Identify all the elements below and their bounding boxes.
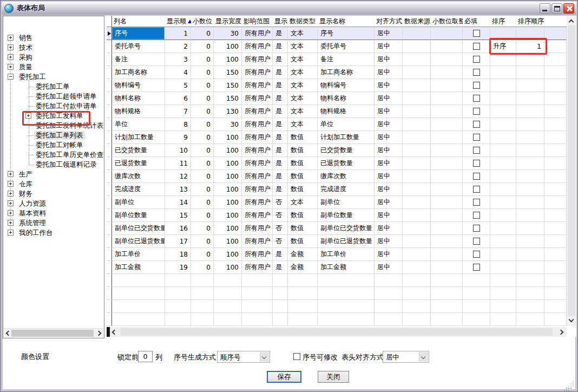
grid-cell-dec[interactable]: 0: [191, 66, 214, 79]
grid-cell-source[interactable]: [403, 261, 431, 274]
tree-item-label[interactable]: 委托加工付款申请单: [34, 102, 98, 110]
grid-cell-required[interactable]: [463, 105, 490, 118]
grid-cell-order[interactable]: 17: [165, 235, 191, 248]
grid-cell-show[interactable]: 是: [273, 53, 288, 66]
grid-cell-type[interactable]: 文本: [288, 92, 318, 105]
grid-cell-scope[interactable]: 所有用户: [242, 66, 273, 79]
grid-cell-sort_order[interactable]: [516, 196, 544, 209]
grid-cell-dec[interactable]: 0: [191, 131, 214, 144]
tree-item-label[interactable]: 系统管理: [17, 219, 48, 227]
grid-cell-show[interactable]: 否: [273, 196, 288, 209]
grid-cell-align[interactable]: 居中: [375, 144, 403, 157]
grid-cell-order[interactable]: 4: [165, 66, 191, 79]
grid-cell-empty[interactable]: [544, 66, 567, 79]
grid-cell-width[interactable]: 150: [214, 92, 242, 105]
grid-cell-sort[interactable]: [490, 157, 516, 170]
grid-cell-dec[interactable]: 0: [191, 183, 214, 196]
grid-cell-source[interactable]: [403, 27, 431, 40]
row-indicator-cell[interactable]: [107, 79, 112, 92]
grid-cell-sort_order[interactable]: [516, 105, 544, 118]
grid-cell-rounding[interactable]: [431, 66, 463, 79]
grid-cell-sort[interactable]: [490, 105, 516, 118]
required-checkbox[interactable]: [473, 121, 480, 128]
grid-cell-align[interactable]: 居中: [375, 92, 403, 105]
grid-cell-rounding[interactable]: [431, 79, 463, 92]
grid-cell-show[interactable]: 是: [273, 144, 288, 157]
grid-cell-show[interactable]: 是: [273, 183, 288, 196]
grid-cell-name[interactable]: 单位: [112, 118, 165, 131]
tree-collapse-minus-icon[interactable]: [8, 74, 14, 80]
grid-cell-display[interactable]: 委托单号: [318, 40, 375, 53]
grid-cell-order[interactable]: 13: [165, 183, 191, 196]
grid-cell-sort_order[interactable]: [516, 170, 544, 183]
grid-cell-width[interactable]: 30: [214, 118, 242, 131]
grid-column-header[interactable]: 必填: [463, 16, 490, 27]
grid-cell-dec[interactable]: 0: [191, 157, 214, 170]
tree-expand-plus-icon[interactable]: [8, 44, 14, 50]
grid-cell-scope[interactable]: 所有用户: [242, 27, 273, 40]
close-button[interactable]: [563, 3, 574, 14]
grid-cell-align[interactable]: 居中: [375, 79, 403, 92]
grid-cell-order[interactable]: 8: [165, 118, 191, 131]
grid-cell-type[interactable]: 数值: [288, 183, 318, 196]
grid-row[interactable]: 序号1030所有用户是文本序号居中: [107, 27, 567, 40]
tree-item[interactable]: 委托加工单列表: [3, 130, 104, 140]
tree-item[interactable]: 人力资源: [3, 199, 104, 208]
grid-cell-source[interactable]: [403, 248, 431, 261]
grid-cell-dec[interactable]: 0: [191, 144, 214, 157]
grid-cell-align[interactable]: 居中: [375, 40, 403, 53]
grid-cell-scope[interactable]: 所有用户: [242, 248, 273, 261]
tree-expand-plus-icon[interactable]: [8, 200, 14, 206]
grid-cell-show[interactable]: 是: [273, 261, 288, 274]
grid-cell-align[interactable]: 居中: [375, 170, 403, 183]
row-indicator-cell[interactable]: [107, 235, 112, 248]
tree-expand-plus-icon[interactable]: [8, 230, 14, 236]
tree-item[interactable]: 仓库: [3, 179, 104, 189]
grid-cell-type[interactable]: 数值: [288, 157, 318, 170]
grid-column-header[interactable]: 列名: [112, 16, 165, 27]
tree-item-label[interactable]: 委托加工单列表: [34, 131, 85, 140]
grid-cell-width[interactable]: 100: [214, 53, 242, 66]
grid-row[interactable]: 副单位数量150100所有用户否数值副单位数量居中: [107, 209, 567, 222]
grid-cell-sort_order[interactable]: [516, 131, 544, 144]
grid-vscrollbar-thumb[interactable]: [568, 25, 575, 316]
grid-cell-sort_order[interactable]: [516, 144, 544, 157]
tree-item[interactable]: 系统管理: [3, 218, 104, 228]
grid-cell-scope[interactable]: 所有用户: [242, 92, 273, 105]
grid-cell-order[interactable]: 11: [165, 157, 191, 170]
grid-cell-display[interactable]: 单位: [318, 118, 375, 131]
tree-item[interactable]: 委托加工发料单统计表: [3, 121, 104, 130]
row-indicator-cell[interactable]: [107, 222, 112, 235]
required-checkbox[interactable]: [473, 134, 480, 141]
grid-cell-empty[interactable]: [544, 235, 567, 248]
tree-expand-plus-icon[interactable]: [8, 181, 14, 187]
column-layout-grid[interactable]: 列名显示顺小数位显示宽度影响范围显示数据类型显示名称对齐方式数据来源小数位取整必…: [107, 16, 576, 337]
grid-cell-display[interactable]: 序号: [318, 27, 375, 40]
row-indicator-cell[interactable]: [107, 261, 112, 274]
grid-row[interactable]: 副单位已退货数量170100所有用户否数值副单位已退货数量居中: [107, 235, 567, 248]
grid-cell-empty[interactable]: [544, 105, 567, 118]
grid-cell-width[interactable]: 100: [214, 144, 242, 157]
save-button[interactable]: 保存: [267, 371, 301, 383]
required-checkbox[interactable]: [473, 108, 480, 115]
grid-cell-sort[interactable]: [490, 261, 516, 274]
grid-cell-name[interactable]: 已交货数量: [112, 144, 165, 157]
tree-expand-plus-icon[interactable]: [8, 35, 14, 41]
tree-item-label[interactable]: 人力资源: [17, 199, 48, 208]
grid-cell-sort_order[interactable]: [516, 157, 544, 170]
grid-cell-empty[interactable]: [544, 248, 567, 261]
grid-cell-required[interactable]: [463, 248, 490, 261]
tree-item-label[interactable]: 基本资料: [17, 209, 48, 218]
grid-column-header[interactable]: 显示宽度: [214, 16, 242, 27]
grid-cell-type[interactable]: 文本: [288, 118, 318, 131]
tree-item[interactable]: 委托加工单历史单价查询: [3, 150, 104, 160]
grid-cell-type[interactable]: 数值: [288, 235, 318, 248]
grid-cell-dec[interactable]: 0: [191, 222, 214, 235]
row-indicator-cell[interactable]: [107, 209, 112, 222]
grid-cell-empty[interactable]: [544, 261, 567, 274]
row-indicator-cell[interactable]: [107, 131, 112, 144]
grid-cell-display[interactable]: 计划加工数量: [318, 131, 375, 144]
grid-cell-width[interactable]: 30: [214, 27, 242, 40]
grid-cell-sort[interactable]: [490, 235, 516, 248]
grid-cell-sort[interactable]: [490, 53, 516, 66]
